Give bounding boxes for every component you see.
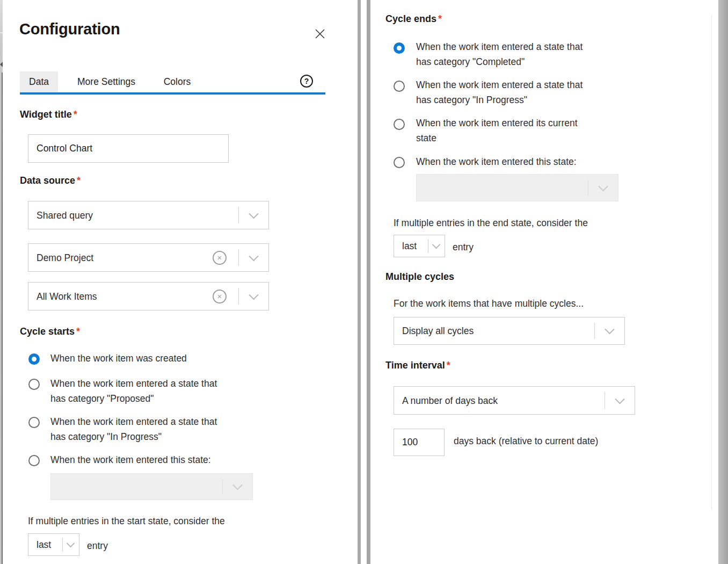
multiple-cycles-dropdown[interactable]: Display all cycles — [394, 317, 625, 345]
chevron-down-icon — [249, 290, 258, 299]
required-asterisk: * — [77, 175, 81, 186]
multiple-cycles-sentence: For the work items that have multiple cy… — [394, 298, 584, 309]
query-type-value: Shared query — [37, 209, 93, 221]
radio-cycle-starts-proposed[interactable] — [28, 379, 40, 390]
days-back-suffix: days back (relative to current date) — [454, 436, 598, 447]
data-source-label: Data source* — [20, 175, 81, 186]
radio-label: has category "In Progress" — [50, 431, 162, 443]
pane-divider-left — [358, 0, 361, 564]
end-multiple-entries-sentence: If multiple entries in the end state, co… — [394, 218, 588, 229]
radio-label: When the work item entered a state that — [50, 416, 217, 428]
dropdown-divider — [238, 288, 239, 305]
chevron-down-icon — [249, 251, 258, 261]
query-dropdown[interactable]: All Work Items × — [28, 282, 269, 310]
radio-label: When the work item was created — [50, 353, 187, 364]
page-left-edge-line — [0, 32, 3, 33]
time-interval-label: Time interval* — [385, 360, 450, 371]
start-multiple-entries-sentence: If multiple entries in the start state, … — [28, 516, 225, 527]
dropdown-divider — [605, 392, 605, 409]
radio-label: has category "Proposed" — [50, 393, 154, 404]
dropdown-divider — [238, 249, 239, 266]
tab-more-settings-label: More Settings — [77, 76, 135, 88]
radio-label: has category "Completed" — [416, 56, 525, 68]
time-interval-value: A number of days back — [402, 395, 498, 406]
radio-cycle-ends-inprogress[interactable] — [394, 81, 405, 92]
required-asterisk: * — [447, 360, 450, 371]
dropdown-divider — [428, 239, 428, 253]
radio-cycle-starts-created[interactable] — [28, 353, 40, 365]
clear-icon[interactable]: × — [213, 251, 227, 265]
chevron-down-icon — [598, 181, 608, 191]
start-entry-suffix: entry — [87, 540, 108, 552]
required-asterisk: * — [438, 13, 442, 24]
help-button[interactable]: ? — [300, 75, 313, 88]
chevron-down-icon — [232, 480, 242, 490]
radio-cycle-ends-thisstate[interactable] — [394, 157, 405, 168]
cycle-starts-label: Cycle starts* — [20, 326, 80, 337]
project-dropdown[interactable]: Demo Project × — [28, 243, 269, 272]
pane-divider-right — [367, 0, 370, 564]
dropdown-divider — [222, 479, 223, 494]
widget-title-label: Widget title* — [20, 109, 77, 120]
end-entry-select[interactable]: last — [394, 235, 445, 257]
close-button[interactable] — [312, 26, 328, 42]
multiple-cycles-value: Display all cycles — [402, 326, 474, 337]
end-state-dropdown — [416, 174, 618, 201]
chevron-down-icon — [605, 324, 614, 334]
radio-label: When the work item entered this state: — [416, 156, 577, 168]
radio-cycle-ends-current[interactable] — [394, 119, 405, 130]
radio-label: When the work item entered its current — [416, 118, 578, 129]
close-icon — [314, 27, 326, 40]
multiple-cycles-label: Multiple cycles — [385, 271, 454, 283]
widget-title-input[interactable] — [28, 134, 229, 163]
required-asterisk: * — [76, 326, 80, 337]
radio-label: When the work item entered a state that — [50, 378, 217, 389]
days-back-input[interactable] — [394, 429, 445, 456]
chevron-down-icon — [432, 241, 441, 249]
query-type-dropdown[interactable]: Shared query — [28, 201, 269, 229]
dropdown-divider — [594, 323, 595, 339]
cycle-ends-label: Cycle ends* — [385, 13, 442, 25]
required-asterisk: * — [74, 109, 77, 120]
start-entry-value: last — [37, 539, 51, 551]
tab-colors-label: Colors — [164, 76, 191, 88]
radio-label: When the work item entered a state that — [416, 41, 583, 53]
end-entry-value: last — [402, 241, 417, 252]
radio-label: When the work item entered this state: — [50, 454, 211, 466]
collapse-chevron-icon — [0, 62, 3, 67]
radio-cycle-starts-thisstate[interactable] — [28, 455, 40, 466]
right-pane-edge-line — [711, 15, 712, 510]
page-right-edge — [718, 0, 728, 564]
tab-more-settings[interactable]: More Settings — [65, 71, 147, 92]
tab-colors[interactable]: Colors — [156, 71, 199, 92]
radio-cycle-ends-completed[interactable] — [394, 42, 405, 54]
radio-cycle-starts-inprogress[interactable] — [28, 417, 40, 428]
tab-data[interactable]: Data — [20, 71, 58, 92]
chevron-down-icon — [615, 394, 624, 403]
dialog-title: Configuration — [19, 20, 120, 38]
dropdown-divider — [62, 538, 63, 552]
end-entry-suffix: entry — [453, 242, 474, 253]
tab-accent-bar — [20, 92, 325, 95]
radio-label: state — [416, 133, 436, 144]
project-value: Demo Project — [37, 252, 93, 263]
chevron-down-icon — [249, 208, 258, 218]
start-entry-select[interactable]: last — [28, 533, 79, 556]
chevron-down-icon — [67, 539, 75, 548]
dropdown-divider — [588, 180, 588, 196]
radio-label: When the work item entered a state that — [416, 79, 583, 91]
tab-data-label: Data — [29, 76, 49, 88]
start-state-dropdown — [50, 473, 253, 500]
radio-label: has category "In Progress" — [416, 95, 527, 106]
page-left-edge-border — [2, 73, 3, 564]
query-value: All Work Items — [37, 291, 97, 302]
clear-icon[interactable]: × — [213, 290, 227, 303]
help-icon: ? — [304, 77, 309, 85]
time-interval-dropdown[interactable]: A number of days back — [394, 386, 635, 415]
dropdown-divider — [238, 207, 239, 223]
